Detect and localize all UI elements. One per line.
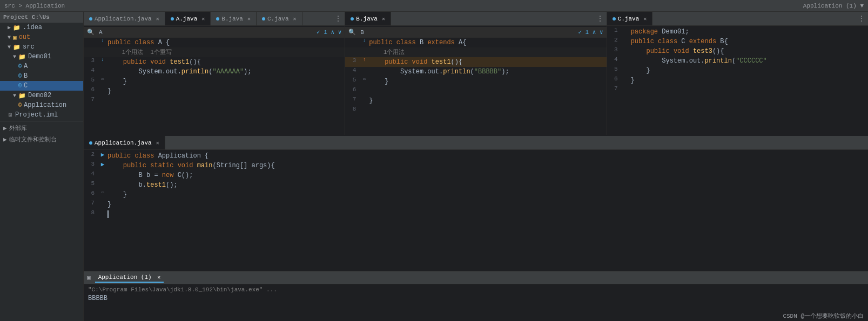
sidebar-item-scratch[interactable]: ▶临时文件和控制台 xyxy=(0,134,83,145)
tab-close-icon[interactable]: ✕ xyxy=(247,16,251,22)
arrow-icon: ▶ xyxy=(3,125,7,132)
run-icon: ▶ xyxy=(101,161,105,168)
bottom-panel-tab-bar: ▣ Application (1) ✕ xyxy=(84,271,868,284)
tab-b-java-2[interactable]: B.java ✕ xyxy=(345,12,391,25)
top-bar-path: src > Application xyxy=(4,3,65,9)
sidebar-item-demo01[interactable]: ▼ 📁 Demo01 xyxy=(0,52,83,62)
main-layout: Project C:\Us ▶ 📁 .idea ▼ ▣ out ▼ 📁 src … xyxy=(0,12,868,321)
bottom-panel-footer: CSDN @一个想要吃软饭的小白 xyxy=(84,311,868,321)
tab-application-java-1[interactable]: Application.java ✕ xyxy=(84,12,165,25)
line-gutter: ↓ xyxy=(98,57,107,63)
tab-c-java-1[interactable]: C.java ✕ xyxy=(257,12,302,25)
editor-panel-3: C.java ✕ ⋮ 1 package Demo01; 2 xyxy=(607,12,868,135)
sidebar-header: Project C:\Us xyxy=(0,12,83,23)
tab-c-java-3[interactable]: C.java ✕ xyxy=(607,12,653,25)
code-line: 6 ▭ } xyxy=(84,190,868,200)
code-text: package Demo01; xyxy=(631,27,866,37)
tab-menu-icon[interactable]: ⋮ xyxy=(594,15,607,23)
sidebar-label: C xyxy=(24,82,28,90)
sidebar-item-src[interactable]: ▼ 📁 src xyxy=(0,42,83,52)
folder-icon: 📁 xyxy=(13,24,21,31)
breadcrumb-b: B xyxy=(360,29,364,36)
java-class-icon: © xyxy=(18,73,22,79)
code-text: public class A { xyxy=(107,38,342,47)
tab-close-icon[interactable]: ✕ xyxy=(156,16,159,22)
bottom-editor-content[interactable]: 2 ▶ public class Application { 3 ▶ publi… xyxy=(84,150,868,271)
tab-close-icon[interactable]: ✕ xyxy=(643,16,647,22)
tab-close-icon[interactable]: ✕ xyxy=(201,16,205,22)
folder-icon: 📁 xyxy=(18,92,26,99)
tab-dot xyxy=(89,17,92,21)
code-text: } xyxy=(369,96,604,106)
line-gutter: ▭ xyxy=(98,190,107,195)
tab-close-icon[interactable]: ✕ xyxy=(382,16,385,22)
line-number: 4 xyxy=(609,56,621,63)
sidebar-item-a[interactable]: © A xyxy=(0,62,83,71)
tab-label: Application.java xyxy=(95,140,152,146)
gutter-search-icon: 🔍 xyxy=(348,29,356,36)
code-text: B b = new C(); xyxy=(107,170,866,180)
sidebar-item-project-iml[interactable]: 🗎 Project.iml xyxy=(0,110,83,120)
line-number: 6 xyxy=(609,76,621,82)
line-number: 6 xyxy=(347,86,359,93)
editor-content-2[interactable]: 🔍 B ✓ 1 ∧ ∨ ↓ public class B extends A{ xyxy=(345,26,606,135)
editor-panel-1: Application.java ✕ A.java ✕ B.java ✕ xyxy=(84,12,345,135)
sidebar-label: B xyxy=(24,72,28,80)
fold-icon: ▭ xyxy=(363,77,366,81)
line-number: 5 xyxy=(347,77,359,83)
code-line: 7 xyxy=(84,96,345,106)
editor-content-1[interactable]: 🔍 A ✓ 1 ∧ ∨ ↓ public class A { xyxy=(84,26,345,135)
java-class-icon: © xyxy=(18,64,22,70)
sidebar-item-c[interactable]: © C xyxy=(0,81,83,91)
tab-application-java-bottom[interactable]: Application.java ✕ xyxy=(84,136,165,149)
sidebar-item-external-libs[interactable]: ▶外部库 xyxy=(0,122,83,134)
tab-dot xyxy=(89,141,92,145)
code-line: 3 ▶ public static void main(String[] arg… xyxy=(84,161,868,170)
code-line: 5 ▭ } xyxy=(345,77,606,86)
tab-a-java[interactable]: A.java ✕ xyxy=(165,12,211,25)
sidebar-item-out[interactable]: ▼ ▣ out xyxy=(0,32,83,42)
sidebar-item-application[interactable]: © Application xyxy=(0,100,83,110)
line-number: 3 xyxy=(86,57,98,64)
line-gutter: ↓ xyxy=(359,38,369,43)
top-bar: src > Application Application (1) ▼ xyxy=(0,0,868,12)
tab-dot xyxy=(262,17,265,21)
line-number: 8 xyxy=(347,106,359,112)
editor-content-3[interactable]: 1 package Demo01; 2 public class C exten… xyxy=(607,26,868,135)
tab-label: A.java xyxy=(176,16,198,22)
bottom-panel-close-icon[interactable]: ✕ xyxy=(157,275,160,281)
bottom-tab-bar: Application.java ✕ xyxy=(84,136,868,150)
gutter-up-icon: ↑ xyxy=(363,57,366,63)
tab-close-icon[interactable]: ✕ xyxy=(156,140,159,146)
code-text: } xyxy=(369,77,604,86)
sidebar-label: src xyxy=(23,43,35,51)
sidebar: Project C:\Us ▶ 📁 .idea ▼ ▣ out ▼ 📁 src … xyxy=(0,12,84,321)
line-number: 7 xyxy=(347,96,359,103)
sidebar-label: .idea xyxy=(23,24,42,31)
sidebar-item-b[interactable]: © B xyxy=(0,71,83,81)
line-number: 7 xyxy=(86,96,98,103)
code-line: 7 } xyxy=(345,96,606,106)
top-bar-right[interactable]: Application (1) ▼ xyxy=(803,3,864,9)
tab-menu-icon[interactable]: ⋮ xyxy=(855,15,868,23)
code-line: 2 ▶ public class Application { xyxy=(84,151,868,161)
sidebar-item-idea[interactable]: ▶ 📁 .idea xyxy=(0,23,83,32)
line-number: 1 xyxy=(609,27,621,33)
tab-dot xyxy=(351,17,354,21)
tab-close-icon[interactable]: ✕ xyxy=(293,16,297,22)
sidebar-item-demo02[interactable]: ▼ 📁 Demo02 xyxy=(0,91,83,100)
code-text: System.out.println("CCCCCC" xyxy=(631,56,866,66)
arrow-icon: ▶ xyxy=(3,136,7,143)
top-bar-left: src > Application xyxy=(4,3,65,9)
tab-b-java-1[interactable]: B.java ✕ xyxy=(211,12,257,25)
tab-label: B.java xyxy=(221,16,243,22)
run-config-label[interactable]: Application (1) ▼ xyxy=(803,3,864,9)
line-gutter: ▭ xyxy=(98,77,107,81)
gutter-down-icon: ↓ xyxy=(101,38,104,43)
sidebar-label: Project.iml xyxy=(15,111,58,119)
tab-menu-icon[interactable]: ⋮ xyxy=(332,15,345,23)
bottom-panel-tab-application[interactable]: Application (1) ✕ xyxy=(95,273,164,283)
editor-panel-2: B.java ✕ ⋮ 🔍 B ✓ 1 ∧ ∨ ↓ xyxy=(345,12,607,135)
arrow-icon: ▼ xyxy=(8,35,11,40)
code-line: 6 } xyxy=(607,76,868,85)
